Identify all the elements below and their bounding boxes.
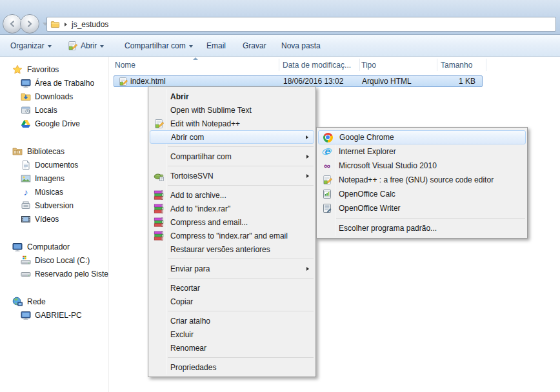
column-header-size[interactable]: Tamanho xyxy=(441,61,472,70)
new-folder-button[interactable]: Nova pasta xyxy=(281,39,321,52)
menu-item-delete[interactable]: Excluir xyxy=(150,328,314,341)
chevron-down-icon xyxy=(100,45,104,48)
submenu-arrow-icon xyxy=(306,135,308,139)
network-section: Rede GABRIEL-PC xyxy=(0,295,108,322)
sidebar-section-computer[interactable]: Computador xyxy=(0,240,108,253)
column-separator[interactable] xyxy=(359,59,360,71)
email-button[interactable]: Email xyxy=(206,39,226,52)
menu-separator xyxy=(168,259,314,259)
videos-icon xyxy=(21,214,31,224)
menu-item-open[interactable]: Abrir xyxy=(150,90,314,103)
submenu-item-google-chrome[interactable]: Google Chrome xyxy=(318,130,526,144)
submenu-item-notepadpp[interactable]: Notepad++ : a free (GNU) source code edi… xyxy=(318,173,526,187)
menu-separator xyxy=(168,146,314,147)
file-row-index-html[interactable]: index.html 18/06/2016 13:02 Arquivo HTML… xyxy=(114,75,483,87)
window-chrome: js_estudos xyxy=(0,0,560,35)
section-label: Rede xyxy=(27,297,46,306)
navigation-pane: Favoritos Área de Trabalho Downloads xyxy=(0,57,108,392)
submenu-item-choose-default-program[interactable]: Escolher programa padrão... xyxy=(318,221,526,235)
sidebar-item-pictures[interactable]: Imagens xyxy=(0,172,108,185)
google-drive-icon xyxy=(21,119,31,129)
menu-item-properties[interactable]: Propriedades xyxy=(150,360,314,374)
sidebar-item-local-disk-c[interactable]: Disco Local (C:) xyxy=(0,253,108,267)
item-label: Vídeos xyxy=(35,215,59,224)
menu-item-tortoisesvn[interactable]: TortoiseSVN xyxy=(150,169,314,182)
address-bar[interactable]: js_estudos xyxy=(46,17,556,32)
sidebar-section-network[interactable]: Rede xyxy=(0,295,108,308)
sidebar-section-favorites[interactable]: Favoritos xyxy=(0,63,108,76)
sidebar-item-desktop[interactable]: Área de Trabalho xyxy=(0,76,108,90)
sidebar-item-recent-places[interactable]: Locais xyxy=(0,103,108,117)
item-label: Reservado pelo Siste xyxy=(35,270,108,279)
menu-item-edit-with-notepadpp[interactable]: Edit with Notepad++ xyxy=(150,117,314,130)
menu-item-compress-to-rar-and-email[interactable]: Compress to "index.rar" and email xyxy=(150,229,314,242)
menu-item-send-to[interactable]: Enviar para xyxy=(150,262,314,275)
sidebar-item-documents[interactable]: Documentos xyxy=(0,158,108,172)
menu-item-add-to-archive[interactable]: Add to archive... xyxy=(150,188,314,202)
local-disk-icon xyxy=(21,255,31,266)
menu-separator xyxy=(168,185,314,186)
chevron-down-icon xyxy=(189,45,193,48)
favorites-section: Favoritos Área de Trabalho Downloads xyxy=(0,63,108,130)
column-separator[interactable] xyxy=(486,59,486,71)
item-label: Músicas xyxy=(35,188,63,197)
column-header-date[interactable]: Data de modificaç... xyxy=(283,61,351,70)
organize-button[interactable]: Organizar xyxy=(10,39,52,52)
google-chrome-icon xyxy=(323,133,333,142)
sidebar-item-subversion[interactable]: Subversion xyxy=(0,199,108,212)
column-header-name[interactable]: Nome xyxy=(115,61,135,70)
sidebar-section-libraries[interactable]: Bibliotecas xyxy=(0,144,108,158)
menu-item-share-with[interactable]: Compartilhar com xyxy=(150,150,314,163)
menu-item-copy[interactable]: Copiar xyxy=(150,295,314,308)
share-button[interactable]: Compartilhar com xyxy=(125,39,193,52)
menu-item-open-with[interactable]: Abrir com xyxy=(150,130,314,144)
burn-button[interactable]: Gravar xyxy=(243,39,266,52)
breadcrumb-item[interactable]: js_estudos xyxy=(72,20,108,29)
submenu-item-openoffice-writer[interactable]: OpenOffice Writer xyxy=(318,201,526,215)
menu-item-add-to-rar[interactable]: Add to "index.rar" xyxy=(150,202,314,215)
email-label: Email xyxy=(206,41,226,50)
menu-item-create-shortcut[interactable]: Criar atalho xyxy=(150,314,314,328)
open-with-submenu: Google Chrome e Internet Explorer ∞ Micr… xyxy=(316,127,528,239)
submenu-item-openoffice-calc[interactable]: OpenOffice Calc xyxy=(318,187,526,201)
column-header-type[interactable]: Tipo xyxy=(361,61,376,70)
documents-icon xyxy=(21,160,31,170)
menu-separator xyxy=(168,166,314,166)
music-note-icon: ♪ xyxy=(21,188,31,197)
menu-item-cut[interactable]: Recortar xyxy=(150,281,314,295)
html-file-icon xyxy=(118,77,128,86)
notepadpp-icon xyxy=(322,175,332,185)
open-button[interactable]: Abrir xyxy=(67,39,104,52)
column-separator[interactable] xyxy=(437,59,437,71)
winrar-icon xyxy=(154,217,164,228)
winrar-icon xyxy=(154,204,164,214)
submenu-item-visual-studio[interactable]: ∞ Microsoft Visual Studio 2010 xyxy=(318,159,526,173)
sidebar-item-downloads[interactable]: Downloads xyxy=(0,90,108,103)
winrar-icon xyxy=(154,190,164,201)
submenu-arrow-icon xyxy=(306,174,309,178)
openoffice-writer-icon xyxy=(322,203,332,213)
item-label: Área de Trabalho xyxy=(35,79,94,88)
menu-item-restore-previous-versions[interactable]: Restaurar versões anteriores xyxy=(150,242,314,256)
sidebar-item-videos[interactable]: Vídeos xyxy=(0,212,108,226)
file-type: Arquivo HTML xyxy=(362,77,412,86)
libraries-section: Bibliotecas Documentos Imagens ♪ Músicas xyxy=(0,144,108,226)
item-label: Documentos xyxy=(35,161,78,170)
sidebar-item-music[interactable]: ♪ Músicas xyxy=(0,185,108,199)
sidebar-item-gabriel-pc[interactable]: GABRIEL-PC xyxy=(0,308,108,322)
sidebar-item-google-drive[interactable]: Google Drive xyxy=(0,117,108,130)
menu-item-rename[interactable]: Renomear xyxy=(150,341,314,355)
column-headers: Nome Data de modificaç... Tipo Tamanho xyxy=(110,57,560,74)
forward-button[interactable] xyxy=(20,14,39,34)
column-separator[interactable] xyxy=(279,59,279,71)
submenu-item-internet-explorer[interactable]: e Internet Explorer xyxy=(318,144,526,159)
chevron-down-icon xyxy=(48,45,52,48)
back-button[interactable] xyxy=(3,14,22,34)
organize-label: Organizar xyxy=(10,41,45,50)
sidebar-item-reserved-disk[interactable]: Reservado pelo Siste xyxy=(0,267,108,280)
computer-icon xyxy=(12,242,23,252)
open-label: Abrir xyxy=(81,41,97,50)
menu-item-open-with-sublime[interactable]: Open with Sublime Text xyxy=(150,103,314,117)
menu-item-compress-and-email[interactable]: Compress and email... xyxy=(150,215,314,229)
menu-separator xyxy=(336,218,525,219)
